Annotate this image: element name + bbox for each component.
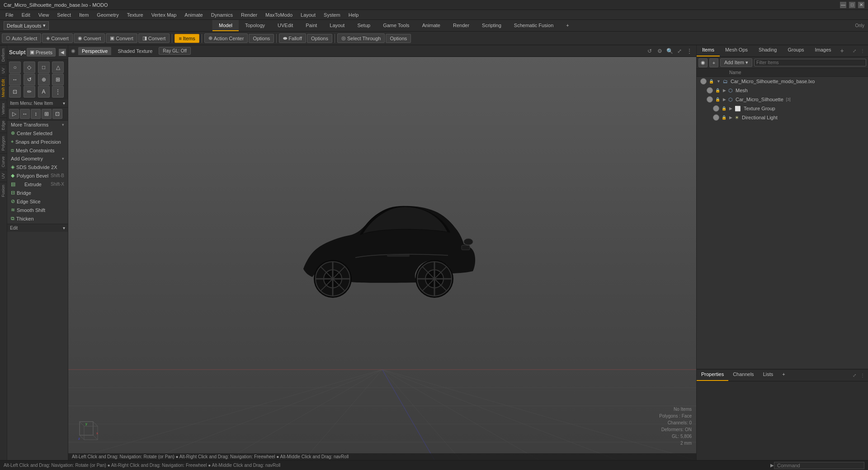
edit-section-header[interactable]: Edit ▾ bbox=[7, 224, 68, 232]
tab-model[interactable]: Model bbox=[212, 20, 239, 31]
menu-vertexmap[interactable]: Vertex Map bbox=[148, 11, 180, 19]
right-tab-groups[interactable]: Groups bbox=[782, 45, 809, 56]
mesh-constraints-item[interactable]: ⧈ Mesh Constraints bbox=[7, 146, 68, 155]
polygon-bevel-item[interactable]: ◆ Polygon Bevel Shift-B bbox=[7, 171, 68, 180]
menu-select[interactable]: Select bbox=[53, 11, 75, 19]
props-tab-add[interactable]: + bbox=[778, 370, 789, 381]
vtab-uv[interactable]: UV bbox=[0, 65, 7, 76]
tab-topology[interactable]: Topology bbox=[239, 20, 271, 31]
menu-view[interactable]: View bbox=[35, 11, 53, 19]
rp-expand-icon[interactable]: ⤢ bbox=[851, 47, 858, 55]
tree-item-texture[interactable]: 🔒 ▶ ⬜ Texture Group bbox=[697, 104, 868, 113]
right-tab-meshops[interactable]: Mesh Ops bbox=[720, 45, 753, 56]
vp-tab-shaded[interactable]: Shaded Texture bbox=[114, 47, 156, 55]
maximize-button[interactable]: □ bbox=[849, 2, 855, 8]
vtab-polygon[interactable]: Polygon bbox=[0, 133, 7, 154]
tool-triangle[interactable]: △ bbox=[52, 61, 64, 73]
props-more-icon[interactable]: ⋮ bbox=[859, 372, 866, 379]
tool-diamond[interactable]: ◇ bbox=[24, 61, 35, 73]
menu-system[interactable]: System bbox=[320, 11, 344, 19]
tab-gametools[interactable]: Game Tools bbox=[377, 20, 416, 31]
vp-search-icon[interactable]: 🔍 bbox=[665, 47, 674, 55]
edge-slice-item[interactable]: ⊘ Edge Slice bbox=[7, 197, 68, 206]
menu-layout[interactable]: Layout bbox=[297, 11, 319, 19]
vtab-fusion[interactable]: Fusion bbox=[0, 182, 7, 200]
bridge-item[interactable]: ⊟ Bridge bbox=[7, 188, 68, 197]
tree-item-car[interactable]: 🔒 ▶ ⬡ Car_Micro_Silhouette [3] bbox=[697, 95, 868, 104]
command-input[interactable] bbox=[774, 462, 864, 469]
menu-texture[interactable]: Texture bbox=[123, 11, 147, 19]
menu-maxtomodo[interactable]: MaxToModo bbox=[262, 11, 296, 19]
tab-paint[interactable]: Paint bbox=[299, 20, 323, 31]
items-button[interactable]: ≡ Items bbox=[175, 34, 199, 43]
scene-area[interactable]: x y z No Items Polygons : Face Channels:… bbox=[68, 57, 696, 460]
options2-button[interactable]: Options bbox=[307, 34, 332, 43]
convert4-button[interactable]: ◨ Convert bbox=[138, 33, 170, 43]
filter-items-input[interactable] bbox=[754, 59, 866, 66]
vtab-curve[interactable]: Curve bbox=[0, 153, 7, 170]
falloff-button[interactable]: ⬬ Falloff bbox=[279, 33, 306, 43]
center-selected-item[interactable]: ⊕ Center Selected bbox=[7, 129, 68, 137]
transform-select[interactable]: ▷ bbox=[9, 109, 19, 119]
transform-all[interactable]: ⊡ bbox=[52, 109, 62, 119]
tab-uvedit[interactable]: UVEdit bbox=[271, 20, 299, 31]
tool-transform[interactable]: ⊞ bbox=[52, 74, 64, 85]
convert3-button[interactable]: ▣ Convert bbox=[106, 33, 137, 43]
action-center-button[interactable]: ⊕ Action Center bbox=[204, 33, 248, 43]
add-geometry-item[interactable]: Add Geometry ▾ bbox=[7, 155, 68, 163]
more-transforms-item[interactable]: More Transforms ▾ bbox=[7, 121, 68, 129]
menu-item[interactable]: Item bbox=[75, 11, 92, 19]
sds-subdivide-item[interactable]: ◈ SDS Subdivide 2X bbox=[7, 163, 68, 171]
props-tab-channels[interactable]: Channels bbox=[728, 370, 758, 381]
viewport[interactable]: ◉ Perspective Shaded Texture Ray GL: Off… bbox=[68, 45, 696, 460]
props-tab-lists[interactable]: Lists bbox=[759, 370, 778, 381]
vp-tab-perspective[interactable]: Perspective bbox=[78, 47, 111, 55]
tab-schematic[interactable]: Schematic Fusion bbox=[508, 20, 560, 31]
vp-settings-icon[interactable]: ⚙ bbox=[656, 47, 664, 55]
transform-move[interactable]: ↔ bbox=[20, 109, 30, 119]
tool-move[interactable]: ↔ bbox=[9, 74, 21, 85]
tool-text[interactable]: A bbox=[38, 86, 50, 98]
vp-expand-icon[interactable]: ⤢ bbox=[675, 47, 684, 55]
tree-item-root[interactable]: 🔒 ▼ 🗂 Car_Micro_Silhouette_modo_base.lxo bbox=[697, 77, 868, 86]
vtab-uv2[interactable]: UV bbox=[0, 170, 7, 182]
right-tab-items[interactable]: Items bbox=[697, 45, 720, 56]
smooth-shift-item[interactable]: ≋ Smooth Shift bbox=[7, 206, 68, 214]
tab-render[interactable]: Render bbox=[447, 20, 476, 31]
left-panel-collapse[interactable]: ◀ bbox=[59, 49, 66, 56]
menu-edit[interactable]: Edit bbox=[18, 11, 34, 19]
props-expand-icon[interactable]: ⤢ bbox=[851, 372, 858, 379]
menu-help[interactable]: Help bbox=[345, 11, 363, 19]
convert2-button[interactable]: ◉ Convert bbox=[74, 33, 105, 43]
tool-select-item[interactable]: ⊡ bbox=[9, 86, 21, 98]
transform-scale[interactable]: ⊞ bbox=[42, 109, 52, 119]
close-button[interactable]: ✕ bbox=[858, 2, 864, 8]
select-through-button[interactable]: ◎ Select Through bbox=[337, 33, 385, 43]
item-menu-header[interactable]: Item Menu: New Item ▾ bbox=[7, 99, 68, 107]
tab-layout[interactable]: Layout bbox=[323, 20, 351, 31]
layout-selector[interactable]: Default Layouts ▾ bbox=[4, 21, 49, 30]
vtab-vertex[interactable]: Vertex bbox=[0, 100, 7, 118]
tool-square[interactable]: □ bbox=[38, 61, 50, 73]
auto-select-button[interactable]: ⬡ Auto Select bbox=[2, 33, 41, 43]
transform-rotate[interactable]: ↕ bbox=[31, 109, 41, 119]
vtab-edge[interactable]: Edge bbox=[0, 118, 7, 133]
convert1-button[interactable]: ◈ Convert bbox=[42, 33, 73, 43]
vp-tab-raygl[interactable]: Ray GL: Off bbox=[159, 47, 191, 55]
extrude-item[interactable]: ▤ Extrude Shift-X bbox=[7, 180, 68, 188]
tab-scripting[interactable]: Scripting bbox=[476, 20, 508, 31]
thicken-item[interactable]: ⧉ Thicken bbox=[7, 214, 68, 223]
vtab-deform[interactable]: Deform bbox=[0, 45, 7, 65]
menu-dynamics[interactable]: Dynamics bbox=[208, 11, 236, 19]
tool-rotate[interactable]: ↺ bbox=[24, 74, 35, 85]
minimize-button[interactable]: — bbox=[840, 2, 846, 8]
items-add-button[interactable]: + bbox=[709, 58, 718, 67]
tool-scale[interactable]: ⊕ bbox=[38, 74, 50, 85]
menu-file[interactable]: File bbox=[2, 11, 17, 19]
tab-setup[interactable]: Setup bbox=[351, 20, 377, 31]
menu-geometry[interactable]: Geometry bbox=[93, 11, 122, 19]
items-eye-button[interactable]: ◉ bbox=[698, 58, 708, 67]
options1-button[interactable]: Options bbox=[249, 34, 274, 43]
tab-add[interactable]: + bbox=[560, 20, 575, 31]
vtab-meshedit[interactable]: Mesh Edit bbox=[0, 76, 7, 100]
